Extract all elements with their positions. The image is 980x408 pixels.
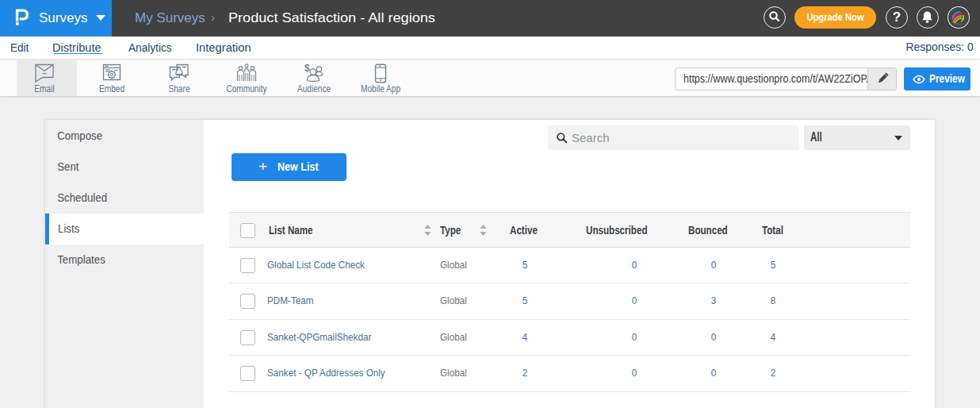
svg-text:$: $: [304, 64, 310, 74]
